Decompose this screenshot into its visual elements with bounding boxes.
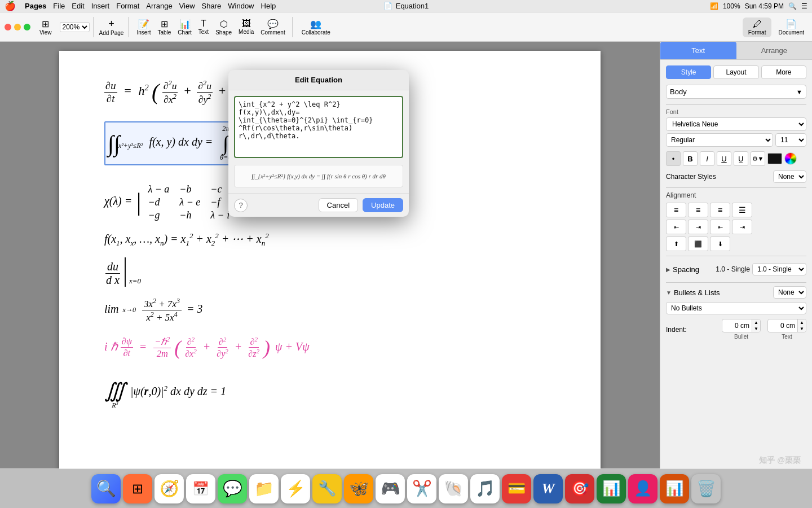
dock-item-13[interactable]: 🎵 [470, 474, 500, 503]
dock-launchpad[interactable]: ⊞ [123, 474, 152, 503]
zoom-control[interactable]: 200% 100% 150% [56, 17, 94, 37]
dock-files[interactable]: 📁 [249, 474, 279, 503]
tab-text[interactable]: Text [660, 42, 736, 59]
dock-item-10[interactable]: 🎮 [376, 474, 405, 503]
search-icon[interactable]: 🔍 [788, 2, 797, 10]
bullets-expand-icon[interactable]: ▼ [666, 290, 672, 296]
char-styles-select[interactable]: None [773, 170, 806, 183]
menu-help[interactable]: Help [258, 2, 280, 10]
menu-arrange[interactable]: Arrange [143, 2, 175, 10]
shape-button[interactable]: ⬡ Shape [213, 19, 234, 36]
indent-increase-button[interactable]: ⇥ [688, 220, 708, 234]
dock-calendar[interactable]: 📅 [186, 474, 215, 503]
dock-safari[interactable]: 🧭 [155, 474, 184, 503]
maximize-button[interactable] [24, 24, 30, 30]
dock-excel[interactable]: 📊 [597, 474, 626, 503]
chart-button[interactable]: 📊 Chart [175, 19, 193, 36]
menu-window[interactable]: Window [224, 2, 257, 10]
minimize-button[interactable] [14, 24, 21, 30]
strikethrough-button[interactable]: U̲ [734, 151, 748, 166]
menu-file[interactable]: File [50, 2, 68, 10]
font-style-select[interactable]: Regular Bold Italic [666, 133, 773, 147]
bullet-indent-up[interactable]: ▲ [752, 319, 760, 326]
text-indent-input[interactable] [768, 321, 797, 331]
indent-r-increase-button[interactable]: ⇥ [732, 220, 752, 234]
apple-menu[interactable]: 🍎 [5, 1, 16, 11]
format-panel-button[interactable]: 🖊 Format [743, 17, 772, 37]
align-left-button[interactable]: ≡ [666, 203, 686, 217]
equation-7[interactable]: i ℏ ∂ψ ∂t = −ℏ2 2m ( ∂2 ∂x2 + ∂2 [104, 336, 555, 360]
indent-decrease-button[interactable]: ⇤ [666, 220, 686, 234]
text-color-swatch[interactable] [767, 153, 782, 164]
more-button[interactable]: More [761, 65, 806, 79]
zoom-select[interactable]: 200% 100% 150% [60, 22, 90, 32]
table-button[interactable]: ⊞ Table [155, 19, 173, 36]
modal-update-button[interactable]: Update [363, 198, 403, 212]
bullet-indent-input[interactable] [722, 321, 752, 331]
dock-item-11[interactable]: ✂️ [407, 474, 436, 503]
font-size-select[interactable]: 11 12 14 [775, 133, 806, 147]
italic-button[interactable]: I [700, 151, 714, 166]
font-name-select[interactable]: Helvetica Neue Times New Roman [666, 117, 806, 131]
spacing-select[interactable]: 1.0 - Single 1.5 2.0 - Double [752, 263, 806, 275]
font-section-label: Font [666, 108, 806, 115]
menu-view[interactable]: View [176, 2, 198, 10]
indent-r-decrease-button[interactable]: ⇤ [710, 220, 730, 234]
equation-4[interactable]: f(x1, xx, …, xn) = x12 + x22 + ⋯ + xn2 [104, 231, 555, 248]
dock-item-12[interactable]: 🐚 [439, 474, 468, 503]
bold-button[interactable]: B [683, 151, 698, 166]
modal-cancel-button[interactable]: Cancel [319, 198, 358, 212]
bullet-format-button[interactable]: • [666, 151, 681, 166]
style-button[interactable]: Style [666, 65, 711, 79]
equation-6[interactable]: lim x→0 3x2 + 7x3 x2 + 5x4 = 3 [104, 297, 555, 323]
dock-finder[interactable]: 🔍 [91, 474, 121, 503]
dock-item-9[interactable]: 🦋 [344, 474, 373, 503]
insert-button[interactable]: 📝 Insert [134, 19, 153, 36]
align-right-button[interactable]: ≡ [710, 203, 730, 217]
collaborate-button[interactable]: 👥 Collaborate [296, 17, 336, 37]
dock-item-16[interactable]: 🎯 [565, 474, 594, 503]
text-style-more-button[interactable]: ⚙▼ [751, 151, 765, 166]
text-indent-up[interactable]: ▲ [798, 319, 806, 326]
latex-input[interactable]: \int_{x^2 + y^2 \leq R^2} f(x,y)\,dx\,dy… [234, 96, 403, 158]
dock-item-14[interactable]: 💳 [502, 474, 531, 503]
dock-item-18[interactable]: 👤 [628, 474, 657, 503]
dock-powerpoint[interactable]: 📊 [660, 474, 689, 503]
text-button[interactable]: T Text [196, 19, 211, 35]
tab-arrange[interactable]: Arrange [736, 42, 813, 59]
bullet-indent-down[interactable]: ▼ [752, 326, 760, 332]
menu-pages[interactable]: Pages [21, 2, 50, 10]
dock-messages[interactable]: 💬 [218, 474, 247, 503]
dock-item-8[interactable]: 🔧 [312, 474, 342, 503]
spacing-row[interactable]: ▶ Spacing 1.0 - Single 1.0 - Single 1.5 … [666, 260, 806, 279]
valign-middle-button[interactable]: ⬛ [688, 237, 708, 251]
close-button[interactable] [5, 24, 11, 30]
equation-8[interactable]: x ∭ R3 |ψ(r,0)|2 dx dy dz = 1 [104, 372, 555, 410]
layout-button[interactable]: Layout [713, 65, 758, 79]
text-indent-down[interactable]: ▼ [798, 326, 806, 332]
dock-item-7[interactable]: ⚡ [281, 474, 310, 503]
underline-button[interactable]: U [717, 151, 731, 166]
document-panel-button[interactable]: 📄 Document [773, 17, 810, 37]
menu-share[interactable]: Share [198, 2, 225, 10]
no-bullets-select[interactable]: No Bullets [666, 302, 806, 314]
valign-top-button[interactable]: ⬆ [666, 237, 686, 251]
media-button[interactable]: 🖼 Media [236, 19, 256, 35]
align-justify-button[interactable]: ☰ [732, 203, 752, 217]
menu-format[interactable]: Format [113, 2, 143, 10]
bullets-type-select[interactable]: None [773, 286, 806, 299]
control-center-icon[interactable]: ☰ [801, 2, 807, 10]
menu-edit[interactable]: Edit [68, 2, 87, 10]
menu-insert[interactable]: Insert [88, 2, 113, 10]
valign-bottom-button[interactable]: ⬇ [710, 237, 730, 251]
modal-help-button[interactable]: ? [234, 199, 248, 212]
dock-word[interactable]: W [533, 474, 563, 503]
comment-button[interactable]: 💬 Comment [258, 19, 287, 36]
view-button[interactable]: ⊞ View [36, 17, 55, 37]
equation-5[interactable]: du d x x=0 [104, 257, 555, 287]
modal-title-text: Edit Equation [295, 76, 342, 84]
color-picker-button[interactable] [784, 152, 797, 165]
align-center-button[interactable]: ≡ [688, 203, 708, 217]
add-page-button[interactable]: + Add Page [95, 17, 129, 37]
dock-trash[interactable]: 🗑️ [691, 474, 721, 503]
